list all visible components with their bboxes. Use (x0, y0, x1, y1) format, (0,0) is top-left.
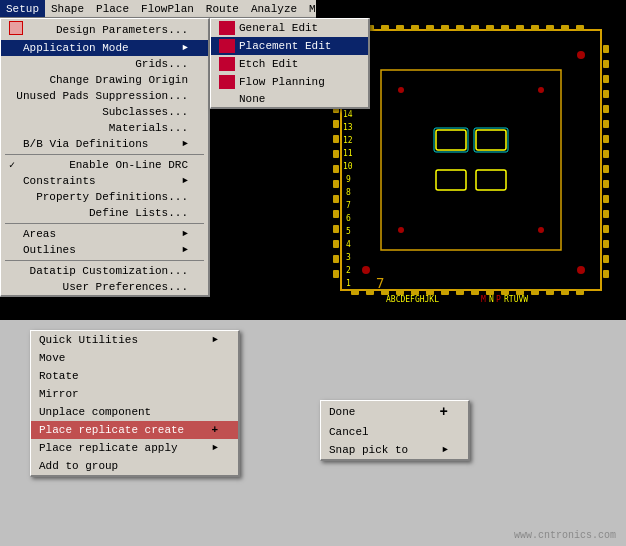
app-mode-flow[interactable]: Flow Planning (211, 73, 368, 91)
menu-setup[interactable]: Setup (0, 0, 45, 17)
svg-text:5: 5 (346, 227, 351, 236)
svg-rect-53 (603, 90, 609, 98)
menu-shape[interactable]: Shape (45, 0, 90, 17)
context-menu-add-to-group[interactable]: Add to group (31, 457, 238, 475)
svg-rect-57 (603, 150, 609, 158)
menu-item-change-origin[interactable]: Change Drawing Origin (1, 72, 208, 88)
menu-item-subclasses[interactable]: Subclasses... (1, 104, 208, 120)
svg-rect-47 (333, 240, 339, 248)
svg-rect-16 (561, 25, 569, 31)
svg-rect-9 (456, 25, 464, 31)
menu-bar: Setup Shape Place FlowPlan Route Analyze… (0, 0, 320, 18)
svg-point-70 (577, 266, 585, 274)
svg-rect-6 (411, 25, 419, 31)
svg-rect-25 (456, 289, 464, 295)
menu-item-app-mode[interactable]: Application Mode ► (1, 40, 208, 56)
pcb-area: Setup Shape Place FlowPlan Route Analyze… (0, 0, 626, 320)
separator-3 (5, 260, 204, 261)
context-menu-place-replicate-apply[interactable]: Place replicate apply ► (31, 439, 238, 457)
menu-route[interactable]: Route (200, 0, 245, 17)
context-menu-rotate[interactable]: Rotate (31, 367, 238, 385)
svg-point-71 (398, 87, 404, 93)
flow-planning-icon (219, 75, 235, 89)
svg-text:P: P (496, 295, 501, 304)
menu-item-online-drc[interactable]: ✓ Enable On-Line DRC (1, 157, 208, 173)
setup-menu: Design Parameters... Application Mode ► … (0, 18, 210, 297)
menu-place[interactable]: Place (90, 0, 135, 17)
svg-rect-14 (531, 25, 539, 31)
menu-item-constraints[interactable]: Constraints ► (1, 173, 208, 189)
svg-rect-18 (351, 289, 359, 295)
svg-point-69 (362, 266, 370, 274)
etch-edit-icon (219, 57, 235, 71)
svg-rect-33 (576, 289, 584, 295)
svg-text:9: 9 (346, 175, 351, 184)
svg-text:ABCDEFGHJKL: ABCDEFGHJKL (386, 295, 439, 304)
svg-text:10: 10 (343, 162, 353, 171)
menu-item-bb-via[interactable]: B/B Via Definitions ► (1, 136, 208, 152)
svg-rect-61 (603, 210, 609, 218)
svg-rect-40 (333, 135, 339, 143)
menu-item-user-prefs[interactable]: User Preferences... (1, 279, 208, 295)
svg-rect-56 (603, 135, 609, 143)
svg-rect-15 (546, 25, 554, 31)
svg-rect-55 (603, 120, 609, 128)
context-menu-cancel[interactable]: Cancel (321, 423, 468, 441)
svg-text:2: 2 (346, 266, 351, 275)
context-menu-place-replicate-create[interactable]: Place replicate create + (31, 421, 238, 439)
svg-text:N: N (489, 295, 494, 304)
context-menu-move[interactable]: Move (31, 349, 238, 367)
svg-rect-65 (603, 270, 609, 278)
svg-text:4: 4 (346, 240, 351, 249)
svg-point-74 (538, 227, 544, 233)
menu-item-unused-pads[interactable]: Unused Pads Suppression... (1, 88, 208, 104)
svg-rect-30 (531, 289, 539, 295)
svg-rect-43 (333, 180, 339, 188)
svg-text:RTUVW: RTUVW (504, 295, 528, 304)
menu-item-materials[interactable]: Materials... (1, 120, 208, 136)
menu-flowplan[interactable]: FlowPlan (135, 0, 200, 17)
place-replicate-create-plus-icon: + (211, 424, 218, 436)
svg-rect-59 (603, 180, 609, 188)
app-mode-etch[interactable]: Etch Edit (211, 55, 368, 73)
context-menu-quick-utilities[interactable]: Quick Utilities ► (31, 331, 238, 349)
menu-item-datatip[interactable]: Datatip Customization... (1, 263, 208, 279)
app-mode-none[interactable]: None (211, 91, 368, 107)
placement-edit-icon (219, 39, 235, 53)
snap-pick-arrow: ► (443, 445, 448, 455)
svg-rect-10 (471, 25, 479, 31)
context-menu-snap-pick-to[interactable]: Snap pick to ► (321, 441, 468, 459)
svg-text:1: 1 (346, 279, 351, 288)
menu-item-property-defs[interactable]: Property Definitions... (1, 189, 208, 205)
svg-rect-31 (546, 289, 554, 295)
menu-item-design-params[interactable]: Design Parameters... (1, 19, 208, 40)
app-mode-placement[interactable]: Placement Edit (211, 37, 368, 55)
menu-analyze[interactable]: Analyze (245, 0, 303, 17)
svg-rect-46 (333, 225, 339, 233)
svg-text:M: M (481, 295, 486, 304)
context-menu-unplace[interactable]: Unplace component (31, 403, 238, 421)
svg-rect-7 (426, 25, 434, 31)
svg-rect-48 (333, 255, 339, 263)
context-menu-mirror[interactable]: Mirror (31, 385, 238, 403)
svg-text:3: 3 (346, 253, 351, 262)
svg-rect-45 (333, 210, 339, 218)
svg-rect-41 (333, 150, 339, 158)
menu-item-areas[interactable]: Areas ► (1, 226, 208, 242)
svg-rect-52 (603, 75, 609, 83)
svg-rect-5 (396, 25, 404, 31)
svg-rect-60 (603, 195, 609, 203)
place-replicate-apply-arrow: ► (213, 443, 218, 453)
app-mode-general[interactable]: General Edit (211, 19, 368, 37)
svg-rect-17 (576, 25, 584, 31)
svg-text:7: 7 (376, 275, 384, 291)
svg-rect-13 (516, 25, 524, 31)
menu-item-outlines[interactable]: Outlines ► (1, 242, 208, 258)
watermark: www.cntronics.com (514, 530, 616, 541)
svg-rect-58 (603, 165, 609, 173)
context-menu-done[interactable]: Done + (321, 401, 468, 423)
svg-rect-11 (486, 25, 494, 31)
svg-rect-26 (471, 289, 479, 295)
menu-item-grids[interactable]: Grids... (1, 56, 208, 72)
menu-item-define-lists[interactable]: Define Lists... (1, 205, 208, 221)
